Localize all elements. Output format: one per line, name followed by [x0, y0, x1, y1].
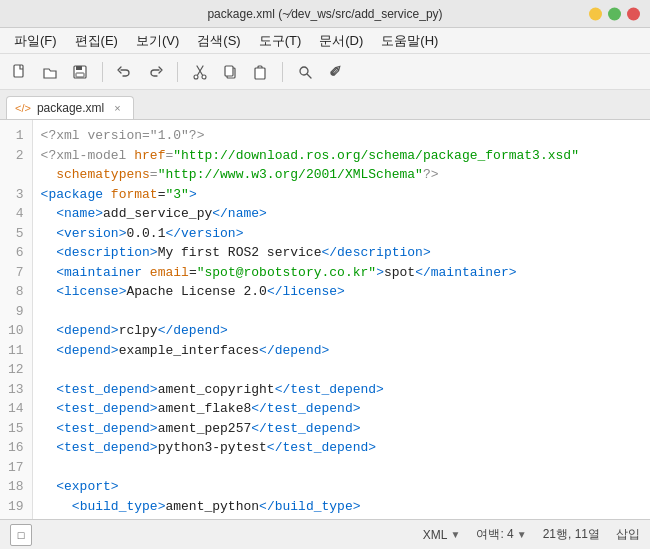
line-number: 12 — [8, 360, 24, 380]
code-line: <name>add_service_py</name> — [41, 204, 642, 224]
toolbar: ✐ — [0, 54, 650, 90]
line-number: 13 — [8, 380, 24, 400]
line-numbers: 123456789101112131415161718192021 — [0, 120, 33, 519]
svg-rect-7 — [225, 66, 233, 76]
indent-label: 여백: 4 — [476, 526, 513, 543]
window-title: package.xml (~⁄dev_ws/src/add_service_py… — [207, 7, 442, 21]
maximize-button[interactable] — [608, 7, 621, 20]
status-bar: □ XML ▼ 여백: 4 ▼ 21행, 11열 삽입 — [0, 519, 650, 549]
search-button[interactable] — [293, 60, 317, 84]
code-line: <?xml-model href="http://download.ros.or… — [41, 146, 642, 166]
line-number: 4 — [8, 204, 24, 224]
menu-file[interactable]: 파일(F) — [6, 30, 65, 52]
line-number: 3 — [8, 185, 24, 205]
code-line: <test_depend>ament_pep257</test_depend> — [41, 419, 642, 439]
code-line: </export> — [41, 516, 642, 519]
separator-3 — [282, 62, 283, 82]
separator-2 — [177, 62, 178, 82]
language-chevron: ▼ — [450, 529, 460, 540]
menu-bar: 파일(F) 편집(E) 보기(V) 검색(S) 도구(T) 문서(D) 도움말(… — [0, 28, 650, 54]
redo-button[interactable] — [143, 60, 167, 84]
code-line: <package format="3"> — [41, 185, 642, 205]
line-number: 19 — [8, 497, 24, 517]
svg-point-9 — [300, 67, 308, 75]
tab-label: package.xml — [37, 101, 104, 115]
regex-button[interactable]: ✐ — [323, 60, 347, 84]
minimize-button[interactable] — [589, 7, 602, 20]
code-line: <depend>example_interfaces</depend> — [41, 341, 642, 361]
tab-package-xml[interactable]: </> package.xml × — [6, 96, 134, 119]
tab-close-icon[interactable]: × — [114, 102, 120, 114]
insert-mode: 삽입 — [616, 526, 640, 543]
line-number — [8, 165, 24, 185]
close-button[interactable] — [627, 7, 640, 20]
line-number: 20 — [8, 516, 24, 519]
code-line — [41, 302, 642, 322]
menu-view[interactable]: 보기(V) — [128, 30, 187, 52]
open-button[interactable] — [38, 60, 62, 84]
separator-1 — [102, 62, 103, 82]
code-line: <depend>rclpy</depend> — [41, 321, 642, 341]
status-left: □ — [10, 524, 32, 546]
line-number: 7 — [8, 263, 24, 283]
line-number: 6 — [8, 243, 24, 263]
language-selector[interactable]: XML ▼ — [423, 528, 461, 542]
editor: 123456789101112131415161718192021 <?xml … — [0, 120, 650, 519]
code-line — [41, 360, 642, 380]
svg-rect-2 — [76, 66, 82, 70]
copy-button[interactable] — [218, 60, 242, 84]
menu-edit[interactable]: 편집(E) — [67, 30, 126, 52]
window-controls — [589, 7, 640, 20]
line-number: 5 — [8, 224, 24, 244]
code-line: <license>Apache License 2.0</license> — [41, 282, 642, 302]
xml-icon: </> — [15, 102, 31, 114]
code-line: <description>My first ROS2 service</desc… — [41, 243, 642, 263]
code-line: <maintainer email="spot@robotstory.co.kr… — [41, 263, 642, 283]
line-number: 18 — [8, 477, 24, 497]
menu-help[interactable]: 도움말(H) — [373, 30, 446, 52]
line-number: 16 — [8, 438, 24, 458]
cut-button[interactable] — [188, 60, 212, 84]
save-button[interactable] — [68, 60, 92, 84]
menu-search[interactable]: 검색(S) — [189, 30, 248, 52]
svg-rect-3 — [76, 73, 84, 77]
menu-tools[interactable]: 도구(T) — [251, 30, 310, 52]
code-line — [41, 458, 642, 478]
svg-point-5 — [202, 75, 206, 79]
line-number: 17 — [8, 458, 24, 478]
line-number: 9 — [8, 302, 24, 322]
code-content[interactable]: <?xml version="1.0"?><?xml-model href="h… — [33, 120, 650, 519]
svg-rect-0 — [14, 65, 23, 77]
code-line: <test_depend>ament_copyright</test_depen… — [41, 380, 642, 400]
status-right: XML ▼ 여백: 4 ▼ 21행, 11열 삽입 — [423, 526, 640, 543]
terminal-icon-box[interactable]: □ — [10, 524, 32, 546]
line-number: 8 — [8, 282, 24, 302]
cursor-position: 21행, 11열 — [543, 526, 600, 543]
line-number: 1 — [8, 126, 24, 146]
tab-bar: </> package.xml × — [0, 90, 650, 120]
code-line: <version>0.0.1</version> — [41, 224, 642, 244]
line-number: 14 — [8, 399, 24, 419]
paste-button[interactable] — [248, 60, 272, 84]
line-number: 11 — [8, 341, 24, 361]
undo-button[interactable] — [113, 60, 137, 84]
indent-selector[interactable]: 여백: 4 ▼ — [476, 526, 526, 543]
code-line: <export> — [41, 477, 642, 497]
code-line: <test_depend>python3-pytest</test_depend… — [41, 438, 642, 458]
language-label: XML — [423, 528, 448, 542]
svg-rect-8 — [255, 68, 265, 79]
code-line: <?xml version="1.0"?> — [41, 126, 642, 146]
code-line: schematypens="http://www.w3.org/2001/XML… — [41, 165, 642, 185]
line-number: 2 — [8, 146, 24, 166]
svg-point-4 — [194, 75, 198, 79]
line-number: 15 — [8, 419, 24, 439]
code-line: <test_depend>ament_flake8</test_depend> — [41, 399, 642, 419]
indent-chevron: ▼ — [517, 529, 527, 540]
line-number: 10 — [8, 321, 24, 341]
title-bar: package.xml (~⁄dev_ws/src/add_service_py… — [0, 0, 650, 28]
menu-document[interactable]: 문서(D) — [311, 30, 371, 52]
code-line: <build_type>ament_python</build_type> — [41, 497, 642, 517]
new-file-button[interactable] — [8, 60, 32, 84]
